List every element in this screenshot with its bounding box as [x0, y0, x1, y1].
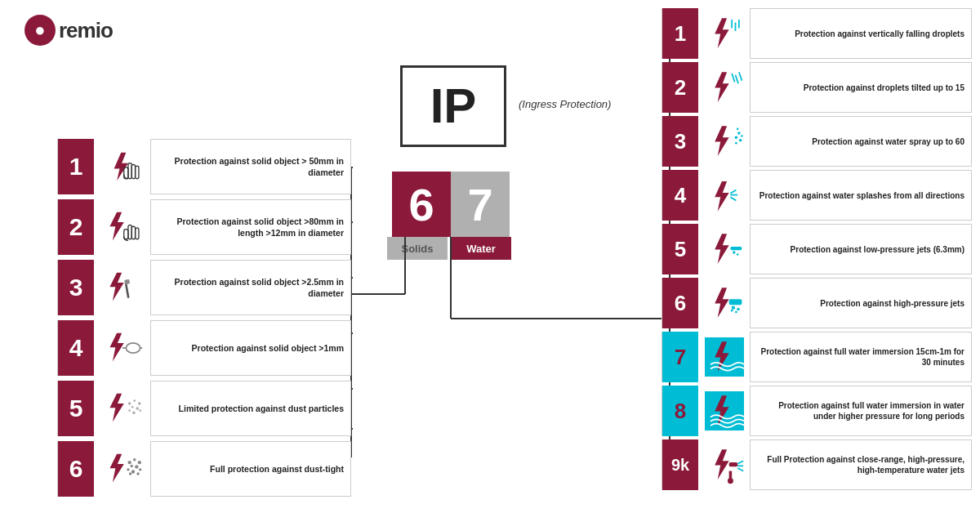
solid-row-5: 5 Limited protection against dust partic… [57, 381, 351, 436]
water-icon-8 [698, 386, 751, 436]
water-icon-5 [698, 224, 751, 274]
water-number-7: 7 [662, 332, 698, 382]
water-row-8: 8 Protection against full water immersio… [662, 386, 972, 436]
svg-point-31 [133, 399, 136, 402]
svg-marker-29 [109, 394, 123, 422]
svg-point-33 [131, 406, 133, 408]
svg-marker-17 [109, 212, 123, 241]
water-row-7: 7 Protection against full water immersio… [662, 332, 972, 382]
water-desc-1: Protection against vertically falling dr… [751, 25, 971, 42]
solid-number-3: 3 [58, 260, 94, 315]
water-desc-2: Protection against droplets tilted up to… [751, 79, 971, 96]
svg-marker-38 [109, 454, 123, 483]
water-number-2: 2 [662, 62, 698, 113]
water-icon-1 [698, 8, 751, 59]
svg-point-81 [737, 308, 739, 310]
water-icon-2 [698, 62, 751, 113]
svg-point-63 [738, 139, 741, 141]
water-desc-3: Protection against water spray up to 60 [751, 133, 971, 150]
water-number-3: 3 [662, 116, 698, 167]
water-number-6: 6 [662, 278, 698, 328]
logo-icon: ● [24, 15, 56, 46]
water-desc-5: Protection against low-pressure jets (6.… [751, 241, 971, 258]
svg-point-45 [138, 468, 140, 471]
solid-icon-2 [94, 199, 151, 255]
svg-point-62 [737, 132, 740, 134]
svg-point-75 [733, 251, 735, 253]
svg-point-82 [735, 311, 737, 314]
svg-rect-79 [728, 299, 742, 305]
ip-label: IP [430, 82, 477, 131]
svg-point-61 [734, 136, 737, 138]
water-digit: 7 [451, 172, 510, 237]
svg-point-47 [136, 472, 139, 475]
water-number-1: 1 [662, 8, 698, 59]
svg-rect-90 [728, 462, 737, 466]
ingress-label: (Ingress Protection) [519, 98, 611, 110]
solid-row-4: 4 Protection against solid object >1mm [57, 320, 351, 376]
solid-icon-4 [94, 320, 151, 376]
svg-marker-12 [114, 153, 127, 181]
svg-rect-16 [135, 166, 138, 179]
solid-icon-3 [94, 260, 151, 315]
water-panel: 1 Protection against vertically falling … [662, 8, 972, 493]
water-number-4: 4 [662, 170, 698, 221]
water-row-3: 3 Protection against water spray up to 6… [662, 116, 972, 167]
solid-desc-6: Full protection against dust-tight [151, 460, 350, 478]
water-row-2: 2 Protection against droplets tilted up … [662, 62, 972, 113]
solid-number-1: 1 [58, 139, 94, 194]
solid-desc-5: Limited protection against dust particle… [151, 399, 350, 417]
svg-rect-21 [135, 228, 138, 239]
solid-row-3: 3 Protection against solid object >2.5mm… [57, 260, 351, 315]
ip-box: IP [400, 65, 506, 147]
label-section: Solids Water [387, 237, 511, 260]
svg-point-37 [132, 411, 135, 413]
svg-point-80 [731, 306, 734, 309]
water-label: Water [451, 237, 511, 260]
svg-point-65 [741, 135, 743, 137]
water-icon-9k [698, 439, 751, 490]
digit-section: 6 7 [392, 172, 510, 237]
solid-number-6: 6 [58, 441, 94, 497]
solid-number-2: 2 [58, 199, 94, 255]
water-icon-3 [698, 116, 751, 167]
svg-point-46 [131, 470, 134, 473]
svg-point-30 [127, 402, 130, 404]
water-row-6: 6 Protection against high-pressure jets [662, 278, 972, 328]
solid-icon-1 [94, 139, 151, 194]
water-row-5: 5 Protection against low-pressure jets (… [662, 224, 972, 274]
water-desc-7: Protection against full water immersion … [751, 343, 971, 371]
water-desc-9k: Full Protection against close-range, hig… [751, 451, 971, 479]
svg-rect-24 [124, 279, 130, 284]
water-icon-6 [698, 278, 751, 328]
svg-point-92 [727, 478, 733, 484]
svg-point-39 [127, 461, 131, 464]
svg-point-34 [136, 407, 138, 409]
solid-number-5: 5 [58, 381, 94, 436]
solid-row-6: 6 Full protection against dust-tight [57, 441, 351, 497]
svg-point-66 [736, 127, 738, 130]
svg-point-26 [126, 343, 140, 353]
svg-point-43 [135, 465, 138, 468]
svg-point-64 [735, 142, 737, 145]
svg-point-40 [133, 458, 136, 461]
solid-desc-3: Protection against solid object >2.5mm i… [151, 273, 350, 302]
svg-point-44 [127, 468, 129, 471]
svg-point-76 [736, 253, 738, 256]
solids-label: Solids [387, 237, 448, 260]
water-desc-8: Protection against full water immersion … [751, 397, 971, 425]
water-number-9k: 9k [662, 439, 698, 490]
solid-desc-4: Protection against solid object >1mm [151, 339, 350, 357]
solid-desc-2: Protection against solid object >80mm in… [151, 212, 350, 242]
svg-rect-74 [730, 247, 742, 250]
water-row-9k: 9k Full Protection against close-range, … [662, 439, 972, 490]
solid-row-1: 1 Protection against solid object > 50mm… [57, 139, 351, 194]
svg-marker-25 [109, 333, 123, 362]
svg-rect-23 [124, 283, 129, 298]
solid-desc-1: Protection against solid object > 50mm i… [151, 152, 350, 181]
solid-row-2: 2 Protection against solid object >80mm … [57, 199, 351, 255]
solid-icon-5 [94, 381, 151, 436]
solid-icon-6 [94, 441, 151, 497]
water-desc-4: Protection against water splashes from a… [751, 187, 971, 204]
water-icon-7 [698, 332, 751, 382]
